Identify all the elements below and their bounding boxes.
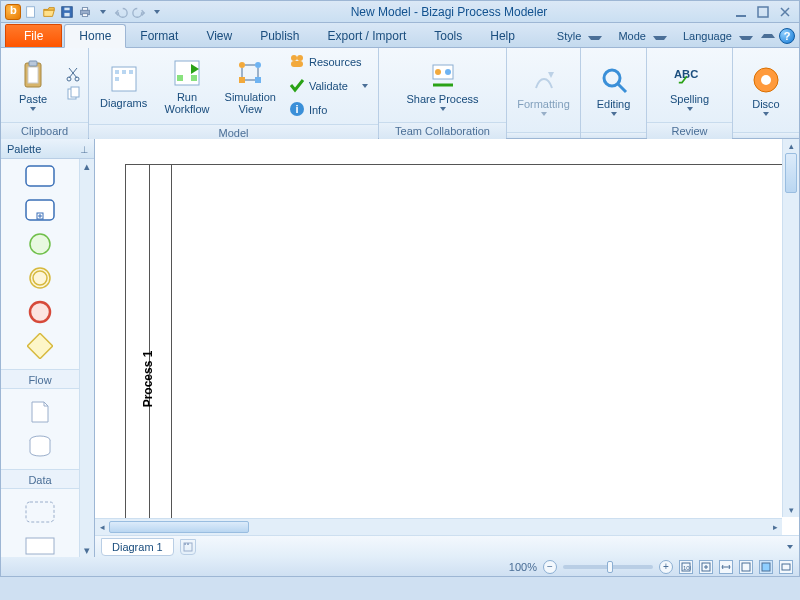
svg-point-34 (435, 69, 441, 75)
canvas-v-scrollbar[interactable]: ▴ ▾ (782, 139, 799, 517)
fit-page-icon[interactable] (699, 560, 713, 574)
formatting-button: Formatting (514, 57, 574, 123)
svg-rect-22 (177, 75, 183, 81)
spelling-button[interactable]: ABC Spelling (660, 52, 720, 118)
canvas-h-scrollbar[interactable]: ◂ ▸ (95, 518, 782, 535)
copy-icon[interactable] (65, 86, 81, 104)
scroll-left-icon[interactable]: ◂ (95, 520, 109, 534)
mode-dropdown[interactable]: Mode (610, 30, 671, 42)
svg-rect-5 (82, 7, 87, 10)
scroll-up-icon[interactable]: ▴ (80, 159, 94, 173)
view-mode-2-icon[interactable] (759, 560, 773, 574)
style-dropdown[interactable]: Style (549, 30, 607, 42)
view-mode-1-icon[interactable] (739, 560, 753, 574)
editing-button[interactable]: Editing (588, 57, 640, 123)
validate-button[interactable]: Validate (285, 76, 372, 96)
info-icon: i (289, 101, 305, 119)
palette-flow-section[interactable]: Flow (1, 369, 79, 389)
scroll-down-icon[interactable]: ▾ (784, 503, 798, 517)
share-process-button[interactable]: Share Process (398, 52, 488, 118)
language-dropdown[interactable]: Language (675, 30, 757, 42)
app-icon[interactable] (5, 4, 21, 20)
qat-print-icon[interactable] (77, 4, 93, 20)
pin-icon[interactable]: ⟂ (81, 143, 88, 155)
palette-start-event-shape[interactable] (25, 233, 55, 255)
svg-rect-10 (28, 67, 38, 83)
pool-title-lane[interactable]: Process 1 (126, 165, 172, 535)
diagram-tab-1[interactable]: Diagram 1 (101, 538, 174, 556)
palette-title: Palette (7, 143, 41, 155)
scroll-down-icon[interactable]: ▾ (80, 543, 94, 557)
svg-rect-30 (291, 61, 303, 67)
palette-data-store-shape[interactable] (25, 435, 55, 457)
qat-dropdown-icon[interactable] (95, 4, 111, 20)
run-workflow-button[interactable]: Run Workflow (158, 53, 215, 119)
check-icon (289, 77, 305, 95)
maximize-icon[interactable] (755, 4, 771, 20)
tab-publish[interactable]: Publish (246, 25, 313, 47)
tab-view[interactable]: View (192, 25, 246, 47)
tab-export-import[interactable]: Export / Import (314, 25, 421, 47)
tab-home[interactable]: Home (64, 24, 126, 48)
svg-rect-8 (758, 7, 768, 17)
tab-overflow-icon[interactable] (787, 545, 793, 549)
svg-rect-40 (26, 166, 54, 186)
zoom-slider[interactable] (563, 565, 653, 569)
svg-point-29 (297, 55, 303, 61)
qat-new-icon[interactable] (23, 4, 39, 20)
palette-data-section[interactable]: Data (1, 469, 79, 489)
window-title: New Model - Bizagi Process Modeler (165, 5, 733, 19)
cut-icon[interactable] (65, 66, 81, 84)
qat-save-icon[interactable] (59, 4, 75, 20)
minimize-icon[interactable] (733, 4, 749, 20)
palette-subprocess-shape[interactable] (25, 199, 55, 221)
palette-task-shape[interactable] (25, 165, 55, 187)
diagrams-button[interactable]: Diagrams (95, 53, 152, 119)
palette-group-shape[interactable] (25, 501, 55, 523)
help-icon[interactable]: ? (779, 28, 795, 44)
close-icon[interactable] (777, 4, 793, 20)
palette-panel: Palette ⟂ Flow Data ▴ ▾ (1, 139, 95, 557)
palette-gateway-shape[interactable] (25, 335, 55, 357)
simulation-view-icon (234, 57, 266, 89)
qat-redo-icon[interactable] (131, 4, 147, 20)
view-mode-3-icon[interactable] (779, 560, 793, 574)
palette-scrollbar[interactable]: ▴ ▾ (79, 159, 94, 557)
scroll-thumb[interactable] (785, 153, 797, 193)
formatting-icon (528, 64, 560, 96)
svg-rect-49 (26, 502, 54, 522)
palette-header[interactable]: Palette ⟂ (1, 139, 94, 159)
tab-help[interactable]: Help (476, 25, 529, 47)
qat-more-icon[interactable] (149, 4, 165, 20)
tab-tools[interactable]: Tools (420, 25, 476, 47)
palette-intermediate-event-shape[interactable] (25, 267, 55, 289)
zoom-in-button[interactable]: + (659, 560, 673, 574)
svg-rect-50 (26, 538, 54, 554)
scroll-thumb[interactable] (109, 521, 249, 533)
process-pool[interactable]: Process 1 (125, 164, 799, 535)
svg-text:i: i (295, 103, 298, 115)
clipboard-icon (17, 59, 49, 91)
zoom-percent[interactable]: 100% (509, 561, 537, 573)
palette-end-event-shape[interactable] (25, 301, 55, 323)
qat-open-icon[interactable] (41, 4, 57, 20)
palette-data-object-shape[interactable] (25, 401, 55, 423)
scroll-up-icon[interactable]: ▴ (784, 139, 798, 153)
resources-button[interactable]: Resources (285, 52, 372, 72)
fit-selection-icon[interactable]: 100 (679, 560, 693, 574)
ribbon-collapse-icon[interactable] (761, 34, 775, 38)
palette-annotation-shape[interactable] (25, 535, 55, 557)
add-diagram-button[interactable] (180, 539, 196, 555)
scroll-right-icon[interactable]: ▸ (768, 520, 782, 534)
fit-width-icon[interactable] (719, 560, 733, 574)
qat-undo-icon[interactable] (113, 4, 129, 20)
tab-format[interactable]: Format (126, 25, 192, 47)
discover-button[interactable]: Disco (740, 57, 792, 123)
tab-file[interactable]: File (5, 24, 62, 47)
paste-button[interactable]: Paste (7, 52, 59, 118)
info-button[interactable]: i Info (285, 100, 372, 120)
svg-point-35 (445, 69, 451, 75)
diagram-canvas[interactable]: Process 1 ▴ ▾ ◂ ▸ (95, 139, 799, 535)
zoom-out-button[interactable]: − (543, 560, 557, 574)
simulation-view-button[interactable]: Simulation View (222, 53, 279, 119)
